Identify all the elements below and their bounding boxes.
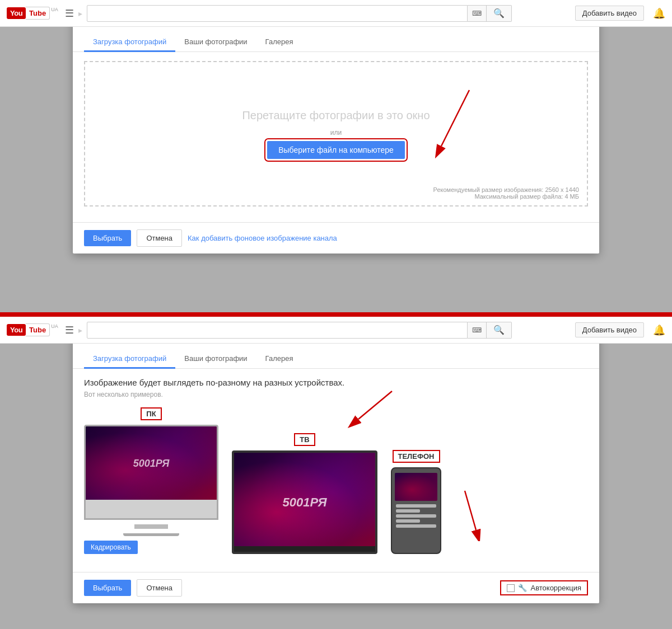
device-col-phone: ТЕЛЕФОН	[391, 450, 441, 554]
autocorrect-icon: 🔧	[518, 584, 527, 592]
youtube-logo: YouTubeUA	[7, 7, 58, 20]
notification-bell-icon[interactable]: 🔔	[653, 7, 665, 20]
select-button-top[interactable]: Выбрать	[84, 230, 131, 246]
phone-art	[395, 473, 437, 501]
search-button-bottom[interactable]: 🔍	[487, 322, 512, 339]
modal-overlay-bottom: Оформление канала ✕ Загрузка фотографий …	[0, 317, 672, 629]
logo-you: You	[7, 7, 26, 19]
cancel-button-bottom[interactable]: Отмена	[137, 579, 182, 597]
modal-body-bottom: Изображение будет выглядеть по-разному н…	[73, 369, 599, 572]
youtube-logo-bottom: YouTubeUA	[7, 323, 58, 336]
keyboard-icon[interactable]: ⌨	[468, 5, 487, 22]
tab-gallery-bottom[interactable]: Галерея	[256, 350, 302, 369]
modal-tabs-bottom: Загрузка фотографий Ваши фотографии Гале…	[84, 350, 588, 368]
search-input-bottom[interactable]	[87, 322, 468, 339]
logo-tube: Tube	[26, 7, 50, 20]
phone-line-5	[396, 524, 436, 528]
autocorrect-area: 🔧 Автокоррекция	[500, 580, 588, 595]
hint-size: Максимальный размер файла: 4 МБ	[433, 193, 579, 200]
modal-footer-top: Выбрать Отмена Как добавить фоновое изоб…	[73, 222, 599, 254]
phone-preview	[391, 467, 441, 554]
tv-preview: 5001РЯ	[232, 450, 377, 554]
modal-overlay-top: Оформление канала ✕ Загрузка фотографий …	[0, 0, 672, 312]
preview-description: Изображение будет выглядеть по-разному н…	[84, 378, 588, 387]
preview-examples-text: Вот несколько примеров.	[84, 391, 588, 398]
cancel-button-top[interactable]: Отмена	[137, 229, 182, 247]
phone-screen-art	[395, 473, 437, 501]
pc-watermark: 5001РЯ	[133, 457, 170, 469]
modal-tabs-top: Загрузка фотографий Ваши фотографии Гале…	[84, 33, 588, 51]
phone-content	[395, 503, 437, 529]
pc-stand	[134, 524, 168, 529]
pc-label: ПК	[141, 407, 161, 420]
pc-base	[123, 533, 179, 536]
pc-screen: 5001РЯ	[86, 426, 217, 500]
tab-upload-photos-bottom[interactable]: Загрузка фотографий	[84, 350, 175, 369]
device-col-pc: ПК 5001РЯ Кадрировать	[84, 407, 218, 554]
section-bottom: YouTubeUA ☰ ▸ ⌨ 🔍 Добавить видео 🔔 Оформ…	[0, 317, 672, 629]
tab-gallery-top[interactable]: Галерея	[256, 33, 302, 52]
device-previews: ПК 5001РЯ Кадрировать	[84, 407, 588, 554]
select-button-bottom[interactable]: Выбрать	[84, 580, 131, 596]
crop-button[interactable]: Кадрировать	[84, 541, 138, 554]
modal-top: Оформление канала ✕ Загрузка фотографий …	[73, 6, 599, 254]
or-text: или	[330, 129, 342, 137]
header-right-actions: Добавить видео 🔔	[575, 6, 665, 21]
logo-tube-bottom: Tube	[26, 323, 50, 336]
upload-dropzone[interactable]: Перетащите фотографии в это окно или Выб…	[84, 61, 588, 206]
phone-line-4	[396, 519, 420, 523]
tv-label: ТВ	[294, 433, 315, 446]
tab-upload-photos-top[interactable]: Загрузка фотографий	[84, 33, 175, 52]
pc-bottom-bar	[86, 500, 217, 518]
autocorrect-label: Автокоррекция	[530, 584, 581, 592]
drop-text: Перетащите фотографии в это окно	[242, 109, 430, 122]
search-button[interactable]: 🔍	[487, 5, 512, 22]
add-video-button-bottom[interactable]: Добавить видео	[575, 322, 644, 337]
keyboard-icon-bottom[interactable]: ⌨	[468, 322, 487, 339]
pc-preview: 5001РЯ	[84, 425, 218, 520]
help-link-top[interactable]: Как добавить фоновое изображение канала	[188, 234, 337, 242]
add-video-button[interactable]: Добавить видео	[575, 6, 644, 21]
header-top: YouTubeUA ☰ ▸ ⌨ 🔍 Добавить видео 🔔	[0, 0, 672, 27]
phone-line-3	[396, 514, 436, 518]
modal-body-top: Перетащите фотографии в это окно или Выб…	[73, 52, 599, 222]
hamburger-menu-icon[interactable]: ☰	[65, 7, 74, 20]
header-bottom: YouTubeUA ☰ ▸ ⌨ 🔍 Добавить видео 🔔	[0, 317, 672, 344]
device-col-tv: ТВ 5001РЯ	[232, 433, 377, 554]
select-file-button[interactable]: Выберите файл на компьютере	[267, 141, 405, 159]
logo-you-bottom: You	[7, 324, 26, 336]
hint-resolution: Рекомендуемый размер изображения: 2560 x…	[433, 186, 579, 193]
autocorrect-checkbox[interactable]	[507, 584, 515, 592]
logo-ua-bottom: UA	[51, 323, 58, 329]
section-top: YouTubeUA ☰ ▸ ⌨ 🔍 Добавить видео 🔔 Оформ…	[0, 0, 672, 314]
modal-bottom: Оформление канала ✕ Загрузка фотографий …	[73, 322, 599, 603]
hamburger-menu-icon-bottom[interactable]: ☰	[65, 324, 74, 336]
svg-line-1	[441, 90, 469, 146]
phone-label: ТЕЛЕФОН	[393, 450, 440, 463]
tv-watermark: 5001РЯ	[282, 495, 326, 510]
file-hints: Рекомендуемый размер изображения: 2560 x…	[433, 186, 579, 200]
search-input[interactable]	[87, 5, 468, 22]
phone-line-1	[396, 504, 436, 508]
separator-bottom: ▸	[78, 326, 82, 335]
phone-line-2	[396, 509, 420, 513]
header-right-actions-bottom: Добавить видео 🔔	[575, 322, 665, 337]
modal-footer-bottom: Выбрать Отмена 🔧 Автокоррекция	[73, 572, 599, 603]
tv-stand	[234, 546, 375, 552]
notification-bell-icon-bottom[interactable]: 🔔	[653, 324, 665, 336]
red-arrow-top	[424, 85, 514, 163]
tab-your-photos-bottom[interactable]: Ваши фотографии	[175, 350, 256, 369]
separator: ▸	[78, 9, 82, 18]
logo-ua: UA	[51, 7, 58, 12]
tab-your-photos-top[interactable]: Ваши фотографии	[175, 33, 256, 52]
